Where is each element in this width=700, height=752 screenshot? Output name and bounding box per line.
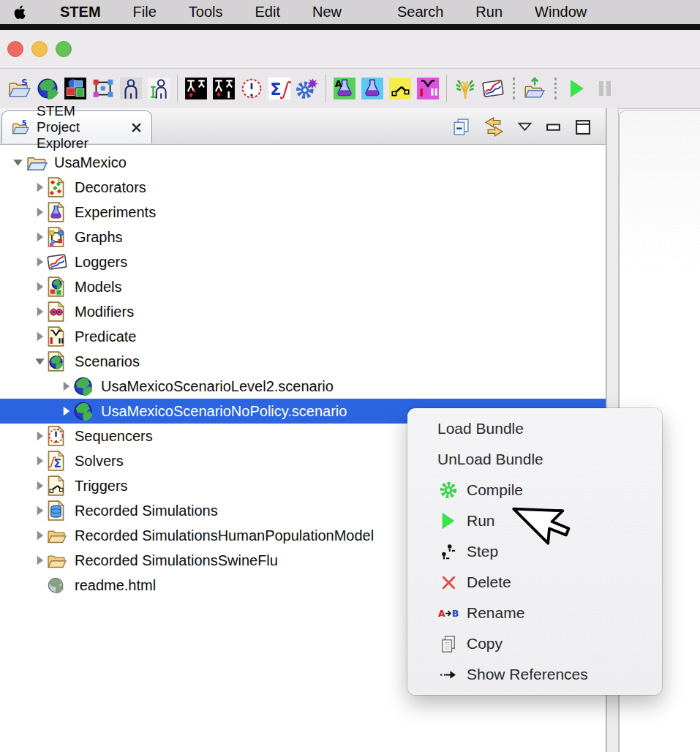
decorators-icon [47,177,65,198]
toolbar-button-predicate-magenta[interactable] [414,75,442,102]
tree-item-label: Solvers [75,453,124,470]
close-tab-icon[interactable] [130,121,143,134]
toolbar-button-logger-chart[interactable] [479,75,507,102]
link-with-editor-icon[interactable] [483,116,505,138]
models-icon [47,277,65,298]
tree-item-decorators[interactable]: Decorators [0,175,606,200]
expand-arrow[interactable] [34,281,46,293]
expand-arrow[interactable] [34,181,46,194]
svg-text:A: A [438,608,445,619]
tree-item-label: readme.html [75,577,156,594]
expand-arrow[interactable] [34,331,46,343]
svg-text:S: S [21,78,27,88]
toolbar-button-population-person-green[interactable] [145,75,173,102]
menu-tools[interactable]: Tools [189,4,223,20]
expand-arrow[interactable] [34,256,46,268]
apple-icon[interactable] [13,4,28,21]
tree-item-loggers[interactable]: Loggers [0,249,606,274]
toolbar-drag-handle[interactable] [513,78,515,99]
tree-item-graphs[interactable]: Graphs [0,225,606,249]
tree-item-label: Decorators [75,179,146,196]
expand-arrow[interactable] [34,480,46,492]
macos-menu-bar: STEMFileToolsEditNewSearchRunWindow [0,0,700,24]
tree-item-usamexico[interactable]: UsaMexico [0,150,606,175]
toolbar-separator [446,75,447,102]
minimize-window-button[interactable] [31,41,48,57]
folder-icon [47,527,67,545]
view-toolbar [451,116,591,138]
tab-stem-project-explorer[interactable]: S STEM Project Explorer [1,110,152,143]
expand-arrow[interactable] [34,356,46,368]
menu-file[interactable]: File [133,4,157,20]
context-menu-item-unload-bundle[interactable]: UnLoad Bundle [407,444,662,475]
menu-search[interactable]: Search [397,4,443,20]
toolbar-button-population-person-gray[interactable] [117,75,145,102]
context-menu-item-delete[interactable]: Delete [407,567,662,598]
menu-edit[interactable]: Edit [255,4,280,20]
expand-arrow[interactable] [34,306,46,318]
toolbar-button-food-wheat[interactable] [451,75,479,102]
tree-item-predicate[interactable]: Predicate [0,324,606,349]
context-menu-item-copy[interactable]: Copy [407,628,662,659]
expand-arrow[interactable] [34,505,46,517]
context-menu-item-compile[interactable]: Compile [407,475,662,505]
toolbar-drag-handle[interactable] [554,78,557,99]
expand-arrow[interactable] [34,231,46,244]
expand-arrow[interactable] [12,157,24,169]
toolbar-button-run-play[interactable] [562,75,590,102]
expand-arrow[interactable] [34,530,46,542]
tree-item-label: UsaMexicoScenarioLevel2.scenario [101,378,334,395]
context-menu-item-show-references[interactable]: Show References [407,659,662,690]
toolbar-button-trigger-yellow[interactable] [386,75,414,102]
folder-icon [47,552,67,570]
expand-arrow[interactable] [34,455,46,467]
svg-text:B: B [451,608,459,619]
expand-arrow[interactable] [60,380,72,393]
context-menu-item-rename[interactable]: ABRename [407,598,662,628]
desktop-strip [0,24,700,30]
toolbar-button-experiment[interactable] [358,75,386,102]
tree-item-label: UsaMexico [54,154,127,171]
menu-stem[interactable]: STEM [60,4,101,20]
tree-item-experiments[interactable]: Experiments [0,200,606,225]
toolbar-button-solver-sigma[interactable]: Σ∫ [266,75,293,102]
toolbar-button-infector-tree-1[interactable] [182,75,210,102]
context-menu-item-label: Show References [467,666,588,683]
toolbar-button-import-folder[interactable] [521,75,549,102]
copy-icon [437,633,459,655]
toolbar-button-open-project[interactable]: S [6,75,34,102]
view-menu-icon[interactable] [517,121,532,132]
toolbar-button-new-graph[interactable] [89,75,117,102]
expand-arrow[interactable] [34,206,46,219]
toolbar-button-pause[interactable] [590,75,618,102]
toolbar-button-infector-tree-2[interactable]: I [210,75,238,102]
experiments-icon [47,202,65,223]
tree-item-usamexicoscenariolevel2-scenario[interactable]: UsaMexicoScenarioLevel2.scenario [0,374,606,399]
context-menu-item-step[interactable]: Step [407,536,662,567]
collapse-all-icon[interactable] [451,117,471,137]
menu-new[interactable]: New [312,4,342,20]
expand-arrow[interactable] [60,405,72,418]
toolbar-button-experiment-a[interactable]: A [331,75,358,102]
minimize-icon[interactable] [545,121,562,133]
tree-item-label: Sequencers [75,428,153,445]
expand-arrow[interactable] [34,430,46,443]
tree-item-label: Modifiers [75,304,134,320]
context-menu-item-run[interactable]: Run [407,505,662,536]
expand-arrow[interactable] [34,554,46,567]
context-menu-item-load-bundle[interactable]: Load Bundle [407,413,662,444]
toolbar-button-new-models-cubes[interactable] [61,75,89,102]
close-window-button[interactable] [7,41,23,57]
tree-item-models[interactable]: Models [0,274,606,299]
menu-run[interactable]: Run [475,4,503,20]
toolbar-button-sequencer-clock[interactable] [238,75,266,102]
toolbar-button-new-globe-project[interactable] [34,75,61,102]
tree-item-modifiers[interactable]: Modifiers [0,299,606,324]
globe-gray-icon [47,576,64,594]
toolbar-button-modifier-gear[interactable] [293,75,321,102]
maximize-icon[interactable] [574,119,591,135]
menu-window[interactable]: Window [535,4,587,20]
tree-item-scenarios[interactable]: Scenarios [0,349,606,374]
zoom-window-button[interactable] [56,41,72,57]
tree-item-label: Loggers [75,254,127,271]
